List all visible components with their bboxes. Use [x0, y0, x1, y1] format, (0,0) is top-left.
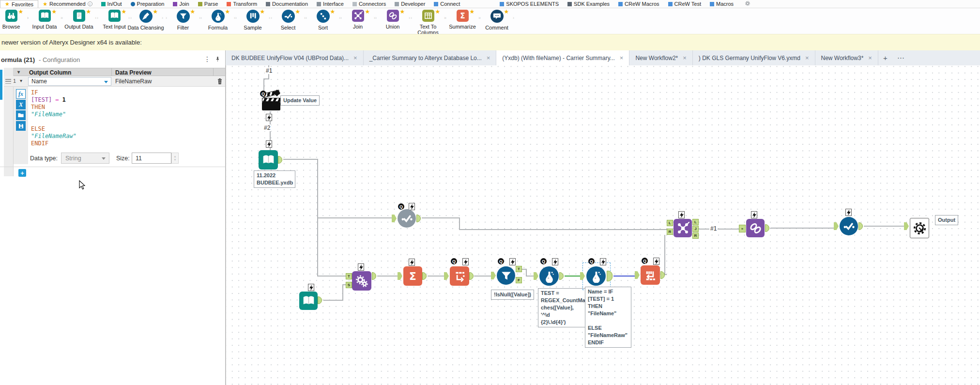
- lightning-connection-icon[interactable]: [462, 258, 469, 265]
- lightning-connection-icon[interactable]: [509, 258, 516, 265]
- lightning-connection-icon[interactable]: [653, 258, 659, 265]
- output-anchor[interactable]: [607, 271, 612, 281]
- tool-input-data[interactable]: [259, 150, 278, 169]
- data-type-dropdown[interactable]: String: [61, 153, 109, 164]
- palette-tool[interactable]: › › ★ Text Input: [97, 10, 132, 30]
- palette-tool[interactable]: › › ★ Browse: [0, 10, 29, 30]
- tool-formula-selected[interactable]: [586, 266, 606, 286]
- lightning-connection-icon[interactable]: [358, 263, 364, 271]
- menu-category[interactable]: Join: [168, 0, 193, 8]
- tool-select-disabled[interactable]: [398, 209, 416, 228]
- tab-close-icon[interactable]: ×: [620, 54, 624, 62]
- lightning-connection-icon[interactable]: [266, 140, 272, 148]
- tool-union[interactable]: [746, 219, 765, 237]
- connection-wire[interactable]: [526, 276, 534, 277]
- formula-editor[interactable]: IF [TEST]=1 THEN "FileName" ELSE "FileNa…: [31, 89, 77, 147]
- tool-select[interactable]: [840, 217, 858, 235]
- lightning-connection-icon[interactable]: [266, 114, 272, 121]
- tool-transpose[interactable]: [450, 266, 469, 286]
- connection-wire[interactable]: [377, 276, 398, 277]
- connection-wire[interactable]: [342, 284, 343, 301]
- palette-tool[interactable]: › › ★ Summarize: [445, 10, 480, 30]
- false-output-anchor[interactable]: F: [516, 277, 522, 283]
- formula-row[interactable]: 1 ▾ Name FileNameRaw: [4, 76, 226, 87]
- lightning-connection-icon[interactable]: [552, 258, 558, 265]
- workflow-tab[interactable]: New Workflow2* ×: [629, 50, 692, 65]
- lightning-connection-icon[interactable]: [678, 211, 685, 218]
- input-anchor[interactable]: [834, 222, 839, 230]
- join-join-output-anchor[interactable]: J: [692, 226, 699, 232]
- input-anchor[interactable]: [904, 222, 909, 230]
- connection-wire[interactable]: [323, 300, 343, 301]
- lightning-connection-icon[interactable]: [308, 284, 314, 291]
- save-icon[interactable]: [16, 121, 26, 131]
- add-expression-button[interactable]: +: [18, 169, 26, 177]
- output-anchor[interactable]: [469, 272, 474, 280]
- pin-icon[interactable]: [214, 56, 221, 64]
- palette-tool[interactable]: › › ★ Select: [271, 10, 306, 31]
- tool-formula[interactable]: [539, 266, 559, 286]
- connection-wire[interactable]: [283, 159, 318, 160]
- menu-category[interactable]: Developer: [390, 0, 429, 8]
- annotation-input-file[interactable]: 11.2022 BUDBEE.yxdb: [254, 170, 295, 188]
- connection-wire[interactable]: [864, 226, 904, 227]
- connection-wire[interactable]: [699, 229, 739, 230]
- delete-row-trash-icon[interactable]: [216, 77, 224, 86]
- tab-close-icon[interactable]: ×: [683, 54, 687, 62]
- workflow-tab[interactable]: ) DK GLS Germany UnifyFlow V6.yxmd ×: [693, 50, 815, 65]
- palette-tool[interactable]: › › ★ Union: [375, 10, 410, 30]
- menu-category[interactable]: Documentation: [261, 0, 312, 8]
- input-anchor[interactable]: [444, 272, 449, 280]
- true-output-anchor[interactable]: T: [516, 266, 522, 272]
- tool-macro-output[interactable]: [910, 218, 929, 238]
- connection-wire[interactable]: [770, 228, 834, 229]
- palette-settings-gear-icon[interactable]: [745, 0, 750, 7]
- join-right-output-anchor[interactable]: R: [692, 232, 699, 239]
- join-right-input-anchor[interactable]: R: [667, 229, 673, 235]
- tool-join[interactable]: [674, 219, 692, 237]
- menu-category[interactable]: CReW Macros: [614, 0, 664, 8]
- menu-category[interactable]: Recommended i: [38, 0, 96, 8]
- annotation-filter[interactable]: !IsNull([Value]): [491, 290, 534, 300]
- output-anchor[interactable]: [278, 156, 282, 164]
- connection-wire[interactable]: [474, 276, 491, 277]
- output-anchor[interactable]: [416, 215, 421, 222]
- workflow-tab[interactable]: (Yxdb) (With fileName) - Carrier Summary…: [496, 50, 629, 65]
- tab-close-icon[interactable]: ×: [487, 54, 490, 62]
- connection-wire[interactable]: [317, 276, 347, 277]
- palette-tool[interactable]: › › ★ Join: [340, 10, 375, 30]
- menu-category[interactable]: SKOPOS ELEMENTS: [495, 0, 563, 8]
- menu-category[interactable]: Preparation: [126, 0, 169, 8]
- annotation-formula-name[interactable]: Name = IF [TEST] = 1 THEN "FileName" ELS…: [585, 287, 631, 348]
- menu-category[interactable]: Connect: [429, 0, 464, 8]
- workflow-tab[interactable]: New Workflow3* ×: [815, 50, 878, 65]
- size-input[interactable]: 11: [132, 153, 171, 164]
- variables-icon[interactable]: X: [16, 100, 26, 109]
- palette-tool[interactable]: › › ★ Data Cleansing: [128, 10, 163, 31]
- output-column-dropdown[interactable]: Name: [28, 77, 111, 86]
- drag-grip-icon[interactable]: [5, 79, 11, 84]
- palette-tool[interactable]: › › ★ Filter: [166, 10, 200, 31]
- kebab-menu-icon[interactable]: ⋮: [204, 55, 211, 63]
- menu-category[interactable]: SDK Examples: [563, 0, 614, 8]
- tool-summarize[interactable]: [403, 266, 422, 286]
- lightning-connection-icon[interactable]: [409, 203, 415, 210]
- output-anchor[interactable]: [318, 296, 322, 304]
- connection-wire[interactable]: [317, 217, 394, 218]
- tool-filter[interactable]: [497, 266, 515, 285]
- menu-category[interactable]: Connectors: [348, 0, 390, 8]
- connection-wire-selected[interactable]: [613, 276, 635, 277]
- tool-input-data[interactable]: [299, 292, 318, 310]
- palette-tool[interactable]: › › ★ Formula: [200, 10, 235, 31]
- output-anchor[interactable]: [765, 224, 769, 232]
- input-anchor[interactable]: [392, 215, 397, 222]
- lightning-connection-icon[interactable]: [845, 209, 852, 216]
- menu-category[interactable]: Transform: [222, 0, 261, 8]
- tab-overflow-button[interactable]: ⋯: [892, 50, 909, 65]
- source-input-anchor[interactable]: S: [346, 282, 352, 288]
- target-input-anchor[interactable]: T: [346, 273, 352, 279]
- palette-tool[interactable]: › › ★ Comment: [479, 10, 514, 31]
- menu-category[interactable]: Favorites: [0, 0, 38, 8]
- palette-tool[interactable]: › › ★ Input Data: [27, 10, 62, 30]
- connection-wire[interactable]: [428, 276, 444, 277]
